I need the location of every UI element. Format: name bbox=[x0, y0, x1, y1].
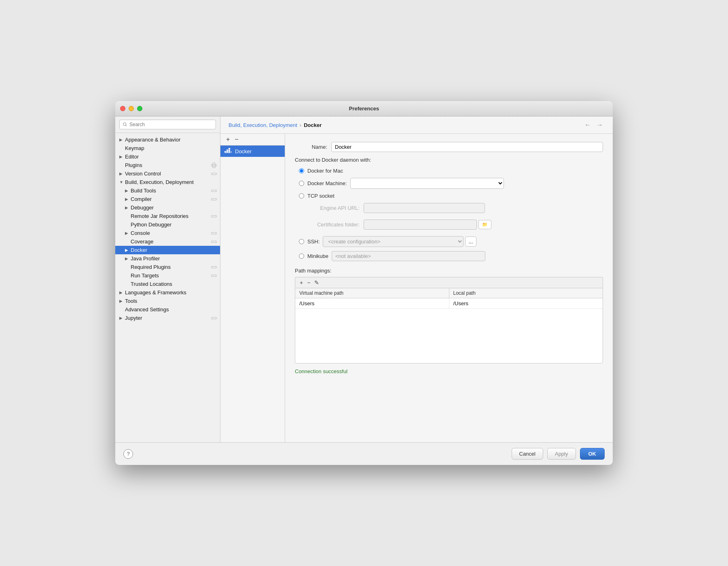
split-panel: + − bbox=[220, 134, 613, 442]
mappings-add-button[interactable]: + bbox=[298, 279, 304, 286]
radio-minikube[interactable] bbox=[299, 253, 304, 259]
apply-button[interactable]: Apply bbox=[547, 448, 576, 460]
certificates-input[interactable] bbox=[364, 220, 477, 230]
sidebar-item-label: Trusted Locations bbox=[131, 281, 217, 287]
svg-rect-7 bbox=[212, 241, 216, 243]
svg-rect-16 bbox=[229, 148, 230, 149]
settings-icon bbox=[211, 239, 217, 245]
docker-icon bbox=[224, 148, 233, 154]
sidebar-item-label: Jupyter bbox=[125, 315, 211, 321]
sidebar-item-label: Version Control bbox=[125, 171, 211, 177]
breadcrumb-current: Docker bbox=[304, 122, 322, 128]
titlebar: Preferences bbox=[115, 101, 613, 116]
sidebar-item-label: Console bbox=[131, 230, 211, 236]
sidebar-item-label: Java Profiler bbox=[131, 256, 217, 262]
sidebar-item-label: Remote Jar Repositories bbox=[131, 213, 211, 219]
svg-rect-10 bbox=[212, 317, 216, 319]
radio-docker-mac[interactable] bbox=[299, 168, 304, 173]
sidebar-item-console[interactable]: ▶ Console bbox=[115, 229, 220, 237]
radio-label-tcp: TCP socket bbox=[307, 193, 334, 199]
ssh-more-button[interactable]: ... bbox=[465, 237, 477, 247]
svg-rect-8 bbox=[212, 266, 216, 268]
ssh-select[interactable]: <create configuration> bbox=[323, 236, 463, 247]
remove-docker-button[interactable]: − bbox=[233, 136, 240, 143]
radio-row-docker-machine: Docker Machine: bbox=[299, 178, 603, 189]
add-docker-button[interactable]: + bbox=[224, 136, 231, 143]
sidebar-item-jupyter[interactable]: ▶ Jupyter bbox=[115, 314, 220, 322]
sidebar-item-keymap[interactable]: Keymap bbox=[115, 144, 220, 152]
chevron-icon: ▶ bbox=[125, 256, 131, 261]
bottom-bar: ? Cancel Apply OK bbox=[115, 442, 613, 465]
sidebar-item-coverage[interactable]: Coverage bbox=[115, 237, 220, 246]
mappings-header: Virtual machine path Local path bbox=[295, 288, 603, 298]
sidebar-item-run-targets[interactable]: Run Targets bbox=[115, 271, 220, 280]
panel-left: + − bbox=[220, 134, 285, 442]
chevron-icon: ▶ bbox=[119, 171, 125, 176]
sidebar-item-docker[interactable]: ▶ Docker bbox=[115, 246, 220, 254]
sidebar-item-build-exec[interactable]: ▼ Build, Execution, Deployment bbox=[115, 178, 220, 186]
settings-icon bbox=[211, 188, 217, 194]
mappings-edit-button[interactable]: ✎ bbox=[313, 279, 320, 286]
sidebar-item-remote-jar[interactable]: Remote Jar Repositories bbox=[115, 212, 220, 220]
radio-row-ssh: SSH: <create configuration> ... bbox=[299, 236, 603, 247]
svg-rect-13 bbox=[229, 151, 230, 152]
mappings-table: Virtual machine path Local path /Users /… bbox=[295, 288, 603, 363]
sidebar-item-compiler[interactable]: ▶ Compiler bbox=[115, 195, 220, 203]
svg-rect-3 bbox=[212, 190, 216, 192]
close-button[interactable] bbox=[120, 106, 125, 111]
svg-rect-6 bbox=[212, 232, 216, 234]
nav-forward-button[interactable]: → bbox=[595, 121, 605, 129]
engine-api-input[interactable] bbox=[364, 203, 485, 213]
sidebar-item-label: Advanced Settings bbox=[125, 306, 217, 313]
name-input[interactable] bbox=[331, 142, 603, 152]
sidebar-item-trusted-locations[interactable]: Trusted Locations bbox=[115, 280, 220, 288]
minikube-input[interactable] bbox=[332, 251, 485, 261]
cancel-button[interactable]: Cancel bbox=[512, 448, 543, 460]
chevron-icon: ▶ bbox=[119, 137, 125, 142]
table-row[interactable]: /Users /Users bbox=[295, 298, 603, 309]
settings-icon bbox=[211, 315, 217, 321]
radio-docker-machine[interactable] bbox=[299, 181, 304, 186]
sidebar-item-required-plugins[interactable]: Required Plugins bbox=[115, 263, 220, 271]
ok-button[interactable]: OK bbox=[580, 448, 605, 460]
sidebar-item-java-profiler[interactable]: ▶ Java Profiler bbox=[115, 254, 220, 263]
minimize-button[interactable] bbox=[129, 106, 134, 111]
sidebar-item-label: Keymap bbox=[125, 145, 217, 151]
breadcrumb-link[interactable]: Build, Execution, Deployment bbox=[229, 122, 297, 128]
nav-back-button[interactable]: ← bbox=[583, 121, 593, 129]
mappings-body: /Users /Users bbox=[295, 298, 603, 363]
mappings-remove-button[interactable]: − bbox=[306, 279, 311, 286]
settings-icon bbox=[211, 264, 217, 270]
svg-rect-4 bbox=[212, 199, 216, 200]
svg-rect-9 bbox=[212, 275, 216, 277]
main-panel: Build, Execution, Deployment › Docker ← … bbox=[220, 116, 613, 442]
sidebar-item-version-control[interactable]: ▶ Version Control bbox=[115, 169, 220, 178]
radio-ssh[interactable] bbox=[299, 239, 304, 244]
sidebar-item-advanced[interactable]: Advanced Settings bbox=[115, 305, 220, 314]
sidebar-item-debugger[interactable]: ▶ Debugger bbox=[115, 203, 220, 212]
radio-label-docker-machine: Docker Machine: bbox=[307, 180, 347, 186]
sidebar-item-label: Compiler bbox=[131, 196, 211, 202]
sidebar-item-tools[interactable]: ▶ Tools bbox=[115, 297, 220, 305]
sidebar-item-label: Run Targets bbox=[131, 272, 211, 279]
docker-list-item[interactable]: Docker bbox=[220, 146, 285, 157]
folder-browse-button[interactable]: 📁 bbox=[478, 220, 491, 229]
sidebar-item-plugins[interactable]: Plugins bbox=[115, 161, 220, 169]
search-input[interactable] bbox=[119, 120, 216, 129]
help-button[interactable]: ? bbox=[123, 449, 133, 459]
docker-machine-select[interactable] bbox=[350, 178, 504, 189]
maximize-button[interactable] bbox=[137, 106, 142, 111]
bottom-actions: Cancel Apply OK bbox=[512, 448, 605, 460]
sidebar-item-label: Appearance & Behavior bbox=[125, 137, 217, 143]
radio-label-docker-mac: Docker for Mac bbox=[307, 168, 343, 174]
main-header: Build, Execution, Deployment › Docker ← … bbox=[220, 116, 613, 134]
sidebar-item-appearance[interactable]: ▶ Appearance & Behavior bbox=[115, 135, 220, 144]
sidebar-item-languages[interactable]: ▶ Languages & Frameworks bbox=[115, 288, 220, 297]
sidebar-item-editor[interactable]: ▶ Editor bbox=[115, 152, 220, 161]
radio-tcp[interactable] bbox=[299, 193, 304, 199]
name-row: Name: bbox=[295, 142, 603, 152]
sidebar-item-build-tools[interactable]: ▶ Build Tools bbox=[115, 186, 220, 195]
sidebar-item-label: Debugger bbox=[131, 205, 217, 211]
breadcrumb: Build, Execution, Deployment › Docker bbox=[229, 122, 322, 128]
sidebar-item-python-debugger[interactable]: Python Debugger bbox=[115, 220, 220, 229]
